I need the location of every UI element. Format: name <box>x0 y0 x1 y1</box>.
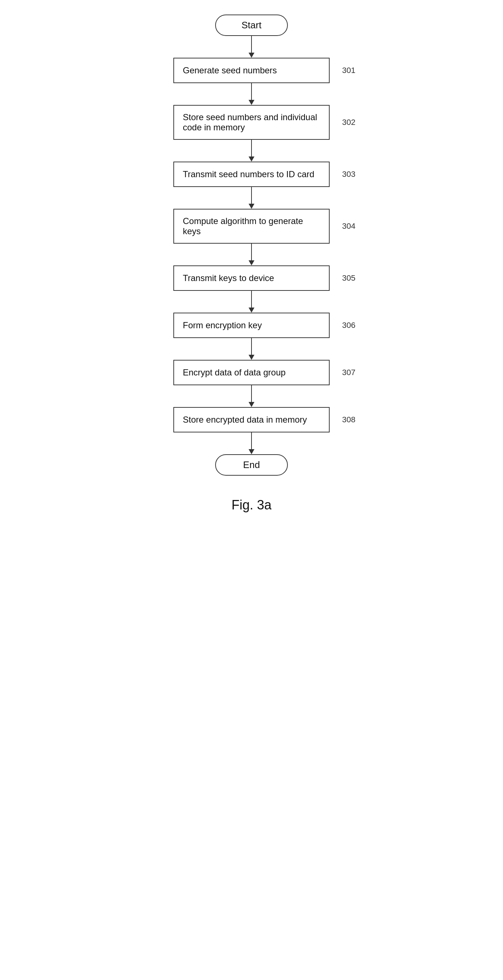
arrow-3 <box>249 187 254 209</box>
end-pill: End <box>215 454 288 476</box>
arrow-1 <box>249 83 254 105</box>
arrow-6 <box>249 338 254 360</box>
flowchart: Start Generate seed numbers 301 Store se… <box>126 14 377 476</box>
node-label-301: 301 <box>342 66 355 75</box>
arrow-head-6 <box>249 355 254 360</box>
node-label-305: 305 <box>342 274 355 283</box>
arrow-head-3 <box>249 204 254 209</box>
node-label-306: 306 <box>342 321 355 330</box>
arrow-head-1 <box>249 100 254 105</box>
rect-box-306: Form encryption key <box>173 313 330 338</box>
node-wrapper-303: Transmit seed numbers to ID card 303 <box>126 162 377 187</box>
rect-box-301: Generate seed numbers <box>173 58 330 83</box>
end-node-wrapper: End <box>126 454 377 476</box>
arrow-line-3 <box>251 187 252 204</box>
arrow-line-6 <box>251 338 252 355</box>
arrow-8 <box>249 433 254 454</box>
arrow-4 <box>249 243 254 266</box>
arrow-head-4 <box>249 260 254 266</box>
node-label-308: 308 <box>342 415 355 425</box>
arrow-line-4 <box>251 243 252 260</box>
arrow-head-7 <box>249 402 254 407</box>
node-wrapper-307: Encrypt data of data group 307 <box>126 360 377 385</box>
node-wrapper-306: Form encryption key 306 <box>126 313 377 338</box>
arrow-line-5 <box>251 291 252 307</box>
rect-box-305: Transmit keys to device <box>173 266 330 291</box>
arrow-line-1 <box>251 83 252 100</box>
arrow-line-2 <box>251 140 252 156</box>
arrow-head-5 <box>249 307 254 313</box>
rect-box-303: Transmit seed numbers to ID card <box>173 162 330 187</box>
rect-box-304: Compute algorithm to generate keys <box>173 209 330 243</box>
node-label-307: 307 <box>342 368 355 377</box>
rect-box-302: Store seed numbers and individual code i… <box>173 105 330 140</box>
node-label-303: 303 <box>342 170 355 179</box>
diagram-container: Start Generate seed numbers 301 Store se… <box>126 14 377 513</box>
arrow-line-0 <box>251 36 252 52</box>
node-label-302: 302 <box>342 118 355 127</box>
arrow-head-0 <box>249 52 254 58</box>
node-label-304: 304 <box>342 221 355 231</box>
rect-box-308: Store encrypted data in memory <box>173 407 330 433</box>
arrow-line-7 <box>251 385 252 402</box>
arrow-head-8 <box>249 449 254 454</box>
arrow-5 <box>249 291 254 313</box>
node-wrapper-304: Compute algorithm to generate keys 304 <box>126 209 377 243</box>
node-wrapper-305: Transmit keys to device 305 <box>126 266 377 291</box>
arrow-line-8 <box>251 433 252 449</box>
arrow-head-2 <box>249 156 254 162</box>
figure-caption: Fig. 3a <box>232 498 271 513</box>
start-pill: Start <box>215 14 288 36</box>
arrow-0 <box>249 36 254 58</box>
node-wrapper-308: Store encrypted data in memory 308 <box>126 407 377 433</box>
node-wrapper-301: Generate seed numbers 301 <box>126 58 377 83</box>
arrow-2 <box>249 140 254 162</box>
rect-box-307: Encrypt data of data group <box>173 360 330 385</box>
start-node-wrapper: Start <box>126 14 377 36</box>
node-wrapper-302: Store seed numbers and individual code i… <box>126 105 377 140</box>
arrow-7 <box>249 385 254 407</box>
